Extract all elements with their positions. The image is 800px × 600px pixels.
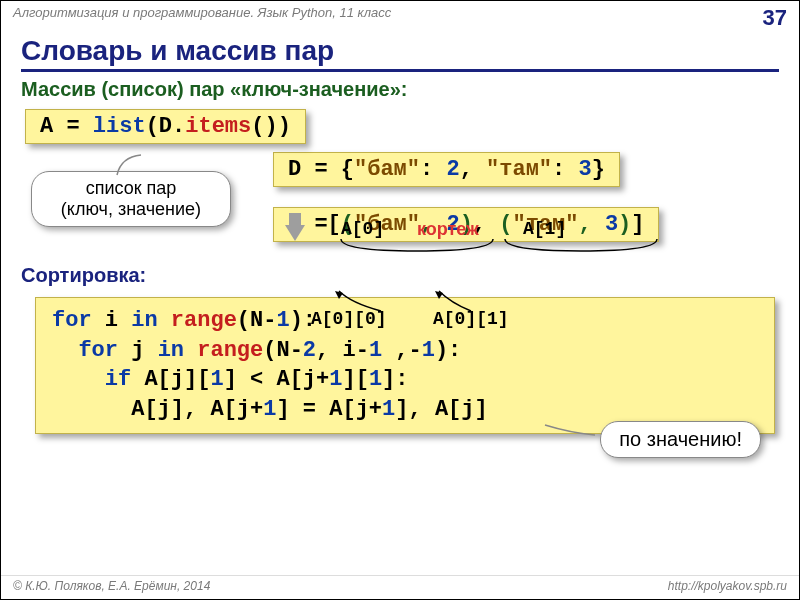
code-text: ] (631, 212, 644, 237)
header-subject: Алгоритмизация и программирование. Язык … (13, 5, 391, 31)
page-number: 37 (763, 5, 787, 31)
code-line: for i in range(N-1): (52, 306, 758, 336)
code-text: } (592, 157, 605, 182)
footer-copyright: © К.Ю. Поляков, Е.А. Ерёмин, 2014 (13, 579, 210, 593)
code-number: 2 (446, 157, 459, 182)
code-text: , (460, 157, 486, 182)
section-2-title: Сортировка: (21, 264, 146, 287)
slide: Алгоритмизация и программирование. Язык … (0, 0, 800, 600)
code-box-d: D = {"бам": 2, "там": 3} (273, 152, 620, 187)
code-box-1: A = list(D.items()) (25, 109, 306, 144)
tuple-label: кортеж (417, 219, 479, 240)
code-text: . (172, 114, 185, 139)
slide-title: Словарь и массив пар (21, 35, 779, 72)
arrow-down-icon (285, 225, 305, 241)
bubble-line: (ключ, значение) (48, 199, 214, 220)
footer-url: http://kpolyakov.spb.ru (668, 579, 787, 593)
section-1-title: Массив (список) пар «ключ-значение»: (21, 78, 779, 101)
code-box-sort: for i in range(N-1): for j in range(N-2,… (35, 297, 775, 434)
callout-bubble-2: по значению! (600, 421, 761, 458)
index-label: A[1] (523, 219, 566, 239)
code-function: items (185, 114, 251, 139)
header: Алгоритмизация и программирование. Язык … (1, 1, 799, 33)
code-text: D = { (288, 157, 354, 182)
code-string: "там" (486, 157, 552, 182)
bubble-text: по значению! (619, 428, 742, 450)
code-number: 3 (578, 157, 591, 182)
code-text: A = (40, 114, 93, 139)
code-line: for j in range(N-2, i-1 ,-1): (52, 336, 758, 366)
index-label: A[0] (341, 219, 384, 239)
code-text: : (420, 157, 446, 182)
index-label: A[0][0] (311, 309, 387, 329)
code-text: : (552, 157, 578, 182)
code-line: if A[j][1] < A[j+1][1]: (52, 365, 758, 395)
code-text: D (159, 114, 172, 139)
footer: © К.Ю. Поляков, Е.А. Ерёмин, 2014 http:/… (1, 575, 799, 593)
code-text: ()) (251, 114, 291, 139)
code-string: "бам" (354, 157, 420, 182)
callout-bubble-1: список пар (ключ, значение) (31, 171, 231, 227)
index-label: A[0][1] (433, 309, 509, 329)
code-text: ( (146, 114, 159, 139)
bubble-line: список пар (48, 178, 214, 199)
code-keyword: list (93, 114, 146, 139)
